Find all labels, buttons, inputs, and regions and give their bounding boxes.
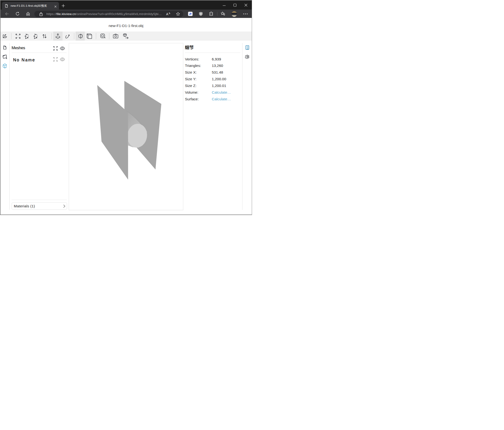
svg-text:A: A [166,12,169,16]
svg-text:Z: Z [36,35,38,37]
svg-text:Y: Y [28,35,29,37]
svg-text:T: T [200,12,202,15]
